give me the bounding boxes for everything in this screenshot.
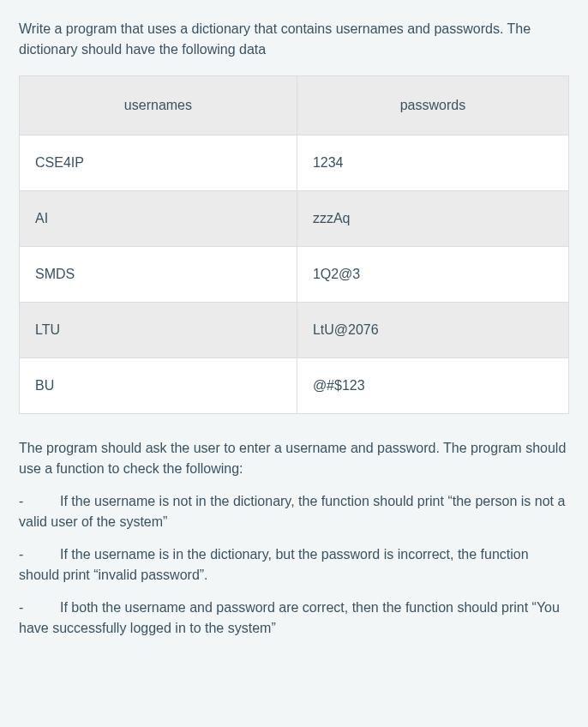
cell-username: BU [20,358,297,414]
bullet-text: If the username is in the dictionary, bu… [19,547,529,582]
table-row: CSE4IP 1234 [20,135,569,191]
instructions-lead: The program should ask the user to enter… [19,438,569,479]
cell-username: AI [20,191,297,247]
cell-password: @#$123 [297,358,568,414]
bullet-item: -If both the username and password are c… [19,598,569,639]
credentials-table: usernames passwords CSE4IP 1234 AI zzzAq… [19,75,569,414]
cell-username: LTU [20,303,297,358]
cell-password: LtU@2076 [297,303,568,358]
cell-password: 1234 [297,135,568,191]
bullet-dash: - [19,544,60,565]
bullet-item: -If the username is in the dictionary, b… [19,544,569,586]
cell-username: SMDS [20,247,297,303]
bullet-dash: - [19,491,60,512]
bullet-dash: - [19,598,60,618]
table-row: BU @#$123 [20,358,569,414]
table-row: LTU LtU@2076 [20,303,569,358]
cell-username: CSE4IP [20,135,297,191]
bullet-item: -If the username is not in the dictionar… [19,491,569,532]
table-header-row: usernames passwords [20,76,569,135]
cell-password: 1Q2@3 [297,247,568,303]
cell-password: zzzAq [297,191,568,247]
intro-paragraph: Write a program that uses a dictionary t… [19,19,569,60]
bullet-text: If both the username and password are co… [19,600,560,635]
table-row: SMDS 1Q2@3 [20,247,569,303]
header-passwords: passwords [297,76,568,135]
table-row: AI zzzAq [20,191,569,247]
bullet-text: If the username is not in the dictionary… [19,494,565,529]
header-usernames: usernames [20,76,297,135]
